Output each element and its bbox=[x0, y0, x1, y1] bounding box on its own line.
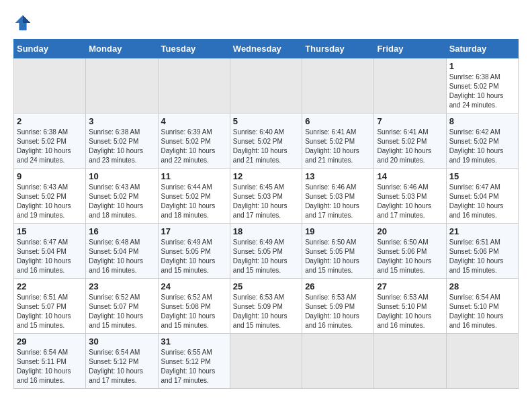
day-info: Sunrise: 6:53 AM Sunset: 5:09 PM Dayligh… bbox=[233, 293, 299, 330]
day-number: 17 bbox=[161, 226, 227, 236]
calendar-cell: 17Sunrise: 6:49 AM Sunset: 5:05 PM Dayli… bbox=[158, 224, 230, 279]
calendar-cell: 9Sunrise: 6:43 AM Sunset: 5:02 PM Daylig… bbox=[14, 169, 86, 224]
day-info: Sunrise: 6:51 AM Sunset: 5:07 PM Dayligh… bbox=[17, 293, 83, 330]
calendar-cell: 26Sunrise: 6:53 AM Sunset: 5:09 PM Dayli… bbox=[302, 279, 374, 334]
day-number: 1 bbox=[449, 61, 515, 71]
day-number: 30 bbox=[89, 336, 154, 347]
calendar-cell bbox=[446, 334, 518, 389]
day-info: Sunrise: 6:51 AM Sunset: 5:06 PM Dayligh… bbox=[449, 238, 515, 275]
day-number: 23 bbox=[89, 281, 154, 291]
calendar-cell: 5Sunrise: 6:40 AM Sunset: 5:02 PM Daylig… bbox=[230, 113, 302, 169]
day-number: 4 bbox=[161, 116, 227, 126]
calendar-cell bbox=[158, 58, 230, 113]
calendar-cell: 2Sunrise: 6:38 AM Sunset: 5:02 PM Daylig… bbox=[14, 113, 86, 169]
day-info: Sunrise: 6:46 AM Sunset: 5:03 PM Dayligh… bbox=[377, 183, 443, 220]
calendar-cell: 8Sunrise: 6:42 AM Sunset: 5:02 PM Daylig… bbox=[446, 113, 518, 169]
logo bbox=[13, 13, 35, 32]
calendar-cell: 25Sunrise: 6:53 AM Sunset: 5:09 PM Dayli… bbox=[230, 279, 302, 334]
day-info: Sunrise: 6:41 AM Sunset: 5:02 PM Dayligh… bbox=[377, 128, 443, 165]
calendar-cell: 31Sunrise: 6:55 AM Sunset: 5:12 PM Dayli… bbox=[158, 334, 230, 389]
header bbox=[13, 13, 519, 32]
calendar-cell bbox=[230, 334, 302, 389]
calendar-cell: 13Sunrise: 6:46 AM Sunset: 5:03 PM Dayli… bbox=[302, 169, 374, 224]
calendar-cell: 11Sunrise: 6:44 AM Sunset: 5:02 PM Dayli… bbox=[158, 169, 230, 224]
day-header-tuesday: Tuesday bbox=[158, 40, 230, 58]
calendar-table: SundayMondayTuesdayWednesdayThursdayFrid… bbox=[13, 39, 519, 389]
day-number: 24 bbox=[161, 281, 227, 291]
day-number: 25 bbox=[233, 281, 299, 291]
calendar-week-row: 29Sunrise: 6:54 AM Sunset: 5:11 PM Dayli… bbox=[14, 334, 519, 389]
day-number: 19 bbox=[305, 226, 371, 236]
day-header-saturday: Saturday bbox=[446, 40, 518, 58]
calendar-cell: 23Sunrise: 6:52 AM Sunset: 5:07 PM Dayli… bbox=[86, 279, 158, 334]
day-info: Sunrise: 6:54 AM Sunset: 5:10 PM Dayligh… bbox=[449, 293, 515, 330]
calendar-week-row: 2Sunrise: 6:38 AM Sunset: 5:02 PM Daylig… bbox=[14, 113, 519, 169]
calendar-cell: 15Sunrise: 6:47 AM Sunset: 5:04 PM Dayli… bbox=[14, 224, 86, 279]
calendar-cell: 19Sunrise: 6:50 AM Sunset: 5:05 PM Dayli… bbox=[302, 224, 374, 279]
day-info: Sunrise: 6:43 AM Sunset: 5:02 PM Dayligh… bbox=[17, 183, 83, 220]
day-info: Sunrise: 6:41 AM Sunset: 5:02 PM Dayligh… bbox=[305, 128, 371, 165]
day-number: 18 bbox=[233, 226, 299, 236]
calendar-cell bbox=[14, 58, 86, 113]
day-number: 22 bbox=[17, 281, 83, 291]
day-number: 9 bbox=[17, 171, 83, 181]
day-info: Sunrise: 6:46 AM Sunset: 5:03 PM Dayligh… bbox=[305, 183, 371, 220]
day-number: 13 bbox=[305, 171, 371, 181]
day-header-sunday: Sunday bbox=[14, 40, 86, 58]
day-number: 21 bbox=[449, 226, 515, 236]
calendar-cell: 1Sunrise: 6:38 AM Sunset: 5:02 PM Daylig… bbox=[446, 58, 518, 113]
day-info: Sunrise: 6:55 AM Sunset: 5:12 PM Dayligh… bbox=[161, 348, 227, 385]
calendar-cell: 12Sunrise: 6:45 AM Sunset: 5:03 PM Dayli… bbox=[230, 169, 302, 224]
day-info: Sunrise: 6:38 AM Sunset: 5:02 PM Dayligh… bbox=[17, 128, 83, 165]
day-number: 10 bbox=[89, 171, 154, 181]
calendar-header-row: SundayMondayTuesdayWednesdayThursdayFrid… bbox=[14, 40, 519, 58]
calendar-cell: 6Sunrise: 6:41 AM Sunset: 5:02 PM Daylig… bbox=[302, 113, 374, 169]
day-number: 3 bbox=[89, 116, 154, 126]
calendar-cell bbox=[302, 334, 374, 389]
day-info: Sunrise: 6:40 AM Sunset: 5:02 PM Dayligh… bbox=[233, 128, 299, 165]
calendar-cell: 14Sunrise: 6:46 AM Sunset: 5:03 PM Dayli… bbox=[374, 169, 446, 224]
calendar-cell bbox=[374, 334, 446, 389]
day-info: Sunrise: 6:47 AM Sunset: 5:04 PM Dayligh… bbox=[17, 238, 83, 275]
calendar-cell: 29Sunrise: 6:54 AM Sunset: 5:11 PM Dayli… bbox=[14, 334, 86, 389]
day-number: 15 bbox=[449, 171, 515, 181]
day-info: Sunrise: 6:43 AM Sunset: 5:02 PM Dayligh… bbox=[89, 183, 154, 220]
day-info: Sunrise: 6:45 AM Sunset: 5:03 PM Dayligh… bbox=[233, 183, 299, 220]
calendar-cell: 24Sunrise: 6:52 AM Sunset: 5:08 PM Dayli… bbox=[158, 279, 230, 334]
calendar-cell: 16Sunrise: 6:48 AM Sunset: 5:04 PM Dayli… bbox=[86, 224, 158, 279]
day-number: 16 bbox=[89, 226, 154, 236]
day-number: 15 bbox=[17, 226, 83, 236]
day-number: 6 bbox=[305, 116, 371, 126]
day-number: 7 bbox=[377, 116, 443, 126]
day-info: Sunrise: 6:38 AM Sunset: 5:02 PM Dayligh… bbox=[449, 73, 515, 110]
day-info: Sunrise: 6:44 AM Sunset: 5:02 PM Dayligh… bbox=[161, 183, 227, 220]
day-number: 12 bbox=[233, 171, 299, 181]
calendar-cell bbox=[86, 58, 158, 113]
day-info: Sunrise: 6:52 AM Sunset: 5:07 PM Dayligh… bbox=[89, 293, 154, 330]
day-info: Sunrise: 6:50 AM Sunset: 5:05 PM Dayligh… bbox=[305, 238, 371, 275]
calendar-cell: 21Sunrise: 6:51 AM Sunset: 5:06 PM Dayli… bbox=[446, 224, 518, 279]
day-info: Sunrise: 6:49 AM Sunset: 5:05 PM Dayligh… bbox=[233, 238, 299, 275]
day-header-monday: Monday bbox=[86, 40, 158, 58]
logo-icon bbox=[13, 13, 32, 32]
calendar-cell: 27Sunrise: 6:53 AM Sunset: 5:10 PM Dayli… bbox=[374, 279, 446, 334]
calendar-cell: 20Sunrise: 6:50 AM Sunset: 5:06 PM Dayli… bbox=[374, 224, 446, 279]
day-number: 14 bbox=[377, 171, 443, 181]
day-info: Sunrise: 6:38 AM Sunset: 5:02 PM Dayligh… bbox=[89, 128, 154, 165]
calendar-week-row: 15Sunrise: 6:47 AM Sunset: 5:04 PM Dayli… bbox=[14, 224, 519, 279]
day-info: Sunrise: 6:54 AM Sunset: 5:12 PM Dayligh… bbox=[89, 348, 154, 385]
day-info: Sunrise: 6:52 AM Sunset: 5:08 PM Dayligh… bbox=[161, 293, 227, 330]
day-header-friday: Friday bbox=[374, 40, 446, 58]
calendar-cell: 15Sunrise: 6:47 AM Sunset: 5:04 PM Dayli… bbox=[446, 169, 518, 224]
calendar-week-row: 22Sunrise: 6:51 AM Sunset: 5:07 PM Dayli… bbox=[14, 279, 519, 334]
day-info: Sunrise: 6:50 AM Sunset: 5:06 PM Dayligh… bbox=[377, 238, 443, 275]
day-number: 5 bbox=[233, 116, 299, 126]
day-number: 11 bbox=[161, 171, 227, 181]
calendar-cell: 3Sunrise: 6:38 AM Sunset: 5:02 PM Daylig… bbox=[86, 113, 158, 169]
day-number: 28 bbox=[449, 281, 515, 291]
day-info: Sunrise: 6:42 AM Sunset: 5:02 PM Dayligh… bbox=[449, 128, 515, 165]
calendar-cell: 4Sunrise: 6:39 AM Sunset: 5:02 PM Daylig… bbox=[158, 113, 230, 169]
calendar-cell bbox=[230, 58, 302, 113]
calendar-cell: 18Sunrise: 6:49 AM Sunset: 5:05 PM Dayli… bbox=[230, 224, 302, 279]
day-number: 27 bbox=[377, 281, 443, 291]
